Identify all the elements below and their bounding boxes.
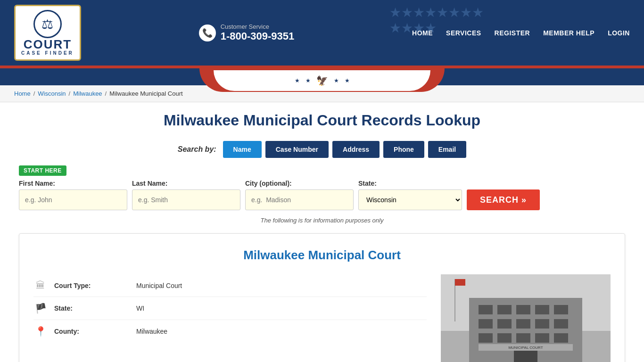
logo-box: ⚖ COURT CASE FINDER	[14, 5, 81, 61]
search-button[interactable]: SEARCH »	[467, 189, 540, 210]
breadcrumb-milwaukee[interactable]: Milwaukee	[73, 90, 102, 97]
court-building-image: MUNICIPAL COURT	[441, 274, 611, 362]
svg-rect-4	[497, 305, 512, 314]
city-label: City (optional):	[245, 180, 354, 187]
star-right1: ★	[334, 77, 339, 84]
breadcrumb-sep2: /	[69, 90, 71, 97]
location-icon: 📍	[33, 326, 48, 337]
svg-rect-16	[535, 333, 549, 343]
star-deco: ★	[425, 20, 437, 36]
first-name-label: First Name:	[19, 180, 127, 187]
building-icon: 🏛	[33, 280, 48, 291]
star-deco: ★	[460, 5, 472, 20]
breadcrumb-wisconsin[interactable]: Wisconsin	[38, 90, 66, 97]
search-by-label: Search by:	[178, 145, 216, 154]
star-deco: ★	[413, 5, 425, 20]
court-state-value: WI	[136, 304, 144, 312]
court-county-value: Milwaukee	[136, 328, 167, 335]
tab-phone[interactable]: Phone	[383, 141, 424, 158]
phone-info: Customer Service 1-800-309-9351	[221, 23, 295, 42]
start-here-badge: START HERE	[19, 165, 66, 176]
customer-service-label: Customer Service	[221, 23, 295, 30]
tab-case-number[interactable]: Case Number	[265, 141, 329, 158]
star-deco: ★	[401, 20, 413, 36]
court-state-label: State:	[54, 304, 130, 312]
arch-container: ★ ★ 🦅 ★ ★	[0, 68, 644, 85]
flag-icon: 🏴	[33, 303, 48, 314]
breadcrumb-sep1: /	[33, 90, 35, 97]
breadcrumb-sep3: /	[105, 90, 107, 97]
svg-rect-17	[554, 333, 568, 343]
eagle-symbol: 🦅	[316, 75, 328, 86]
logo-text-main: COURT	[24, 38, 72, 50]
disclaimer-text: The following is for information purpose…	[19, 217, 625, 224]
svg-rect-7	[554, 305, 568, 314]
svg-rect-12	[554, 319, 568, 329]
state-group: State: Wisconsin Alabama Alaska Arizona	[358, 180, 462, 210]
star-left2: ★	[305, 77, 311, 84]
svg-rect-6	[535, 305, 549, 314]
phone-icon: 📞	[199, 25, 216, 41]
first-name-group: First Name:	[19, 180, 127, 210]
nav-member-help[interactable]: MEMBER HELP	[543, 29, 594, 37]
building-illustration: MUNICIPAL COURT	[441, 274, 611, 362]
page-title: Milwaukee Municipal Court Records Lookup	[19, 112, 625, 129]
phone-number: 1-800-309-9351	[221, 30, 295, 42]
tab-address[interactable]: Address	[332, 141, 380, 158]
star-deco: ★	[389, 5, 401, 20]
court-info-left: 🏛 Court Type: Municipal Court 🏴 State: W…	[33, 274, 427, 343]
city-input[interactable]	[245, 189, 354, 210]
main-content: Milwaukee Municipal Court Records Lookup…	[0, 102, 644, 362]
state-select[interactable]: Wisconsin Alabama Alaska Arizona	[358, 189, 462, 210]
phone-area: 📞 Customer Service 1-800-309-9351	[199, 23, 295, 42]
search-form-row: First Name: Last Name: City (optional): …	[19, 180, 625, 210]
star-deco: ★	[437, 5, 448, 20]
star-right2: ★	[345, 77, 350, 84]
court-info-card: Milwaukee Municipal Court 🏛 Court Type: …	[19, 233, 625, 362]
nav-register[interactable]: REGISTER	[495, 29, 530, 37]
svg-rect-5	[516, 305, 530, 314]
logo-area: ⚖ COURT CASE FINDER	[14, 5, 81, 61]
svg-rect-15	[516, 333, 530, 343]
svg-rect-8	[479, 319, 493, 329]
court-county-row: 📍 County: Milwaukee	[33, 320, 427, 343]
svg-rect-3	[479, 305, 493, 314]
court-county-label: County:	[54, 328, 130, 335]
svg-text:MUNICIPAL COURT: MUNICIPAL COURT	[508, 346, 543, 350]
logo-text-sub: CASE FINDER	[21, 50, 74, 56]
court-type-value: Municipal Court	[136, 282, 182, 289]
star-deco: ★	[448, 5, 460, 20]
court-state-row: 🏴 State: WI	[33, 297, 427, 320]
svg-rect-9	[497, 319, 512, 329]
city-group: City (optional):	[245, 180, 354, 210]
star-deco: ★	[389, 20, 401, 36]
svg-rect-13	[479, 333, 493, 343]
nav-login[interactable]: LOGIN	[608, 29, 630, 37]
last-name-label: Last Name:	[132, 180, 240, 187]
first-name-input[interactable]	[19, 189, 127, 210]
svg-rect-10	[516, 319, 530, 329]
breadcrumb-current: Milwaukee Municipal Court	[109, 90, 182, 97]
svg-rect-22	[455, 279, 465, 286]
star-deco: ★	[401, 5, 413, 20]
site-header: ★ ★ ★ ★ ★ ★ ★ ★ ★ ★ ★ ★ ⚖ COURT CASE FIN…	[0, 0, 644, 66]
court-type-row: 🏛 Court Type: Municipal Court	[33, 274, 427, 297]
court-type-label: Court Type:	[54, 282, 130, 289]
star-deco: ★	[413, 20, 425, 36]
breadcrumb-home[interactable]: Home	[14, 90, 31, 97]
svg-rect-18	[514, 350, 537, 362]
last-name-input[interactable]	[132, 189, 240, 210]
state-label: State:	[358, 180, 462, 187]
court-card-title: Milwaukee Municipal Court	[33, 248, 611, 263]
search-by-row: Search by: Name Case Number Address Phon…	[19, 141, 625, 158]
star-deco: ★	[472, 5, 484, 20]
logo-icon: ⚖	[33, 10, 62, 38]
arch-white: ★ ★ 🦅 ★ ★	[214, 70, 430, 91]
tab-name[interactable]: Name	[223, 141, 262, 158]
search-form-container: START HERE First Name: Last Name: City (…	[19, 165, 625, 210]
svg-rect-11	[535, 319, 549, 329]
court-info-row: 🏛 Court Type: Municipal Court 🏴 State: W…	[33, 274, 611, 362]
tab-email[interactable]: Email	[428, 141, 466, 158]
star-deco: ★	[425, 5, 437, 20]
svg-rect-14	[497, 333, 512, 343]
